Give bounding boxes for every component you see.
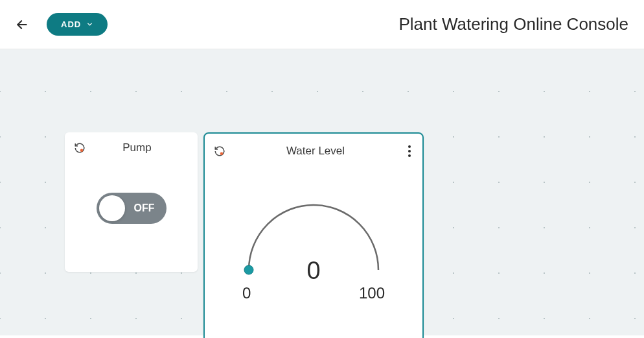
pump-widget[interactable]: Pump OFF	[65, 132, 198, 272]
pump-body: OFF	[65, 154, 198, 261]
gauge-scale-labels: 0 100	[229, 284, 398, 302]
toggle-knob	[99, 195, 125, 221]
gauge-min-label: 0	[242, 284, 251, 302]
svg-point-1	[80, 149, 84, 152]
pump-toggle[interactable]: OFF	[97, 193, 167, 224]
svg-point-3	[244, 265, 253, 274]
widget-title: Pump	[86, 141, 189, 154]
history-status-icon	[214, 145, 225, 157]
add-button[interactable]: ADD	[47, 13, 108, 36]
widget-header: Pump	[65, 132, 198, 154]
history-status-icon	[74, 142, 86, 154]
page-title: Plant Watering Online Console	[108, 14, 628, 34]
gauge-max-label: 100	[359, 284, 385, 302]
header: ADD Plant Watering Online Console	[0, 0, 644, 49]
chevron-down-icon	[86, 21, 93, 28]
add-button-label: ADD	[61, 19, 81, 29]
widget-title: Water Level	[225, 145, 406, 158]
kebab-menu-icon[interactable]	[406, 143, 413, 160]
svg-point-2	[220, 152, 224, 156]
dashboard-canvas[interactable]: Pump OFF Water Level	[0, 49, 644, 335]
widget-header: Water Level	[205, 134, 422, 160]
toggle-state-label: OFF	[134, 202, 155, 214]
back-arrow-icon[interactable]	[16, 18, 29, 31]
gauge-body: 0 0 100	[205, 160, 422, 338]
gauge-value: 0	[306, 257, 320, 285]
water-level-widget[interactable]: Water Level 0 0 100	[203, 132, 424, 338]
